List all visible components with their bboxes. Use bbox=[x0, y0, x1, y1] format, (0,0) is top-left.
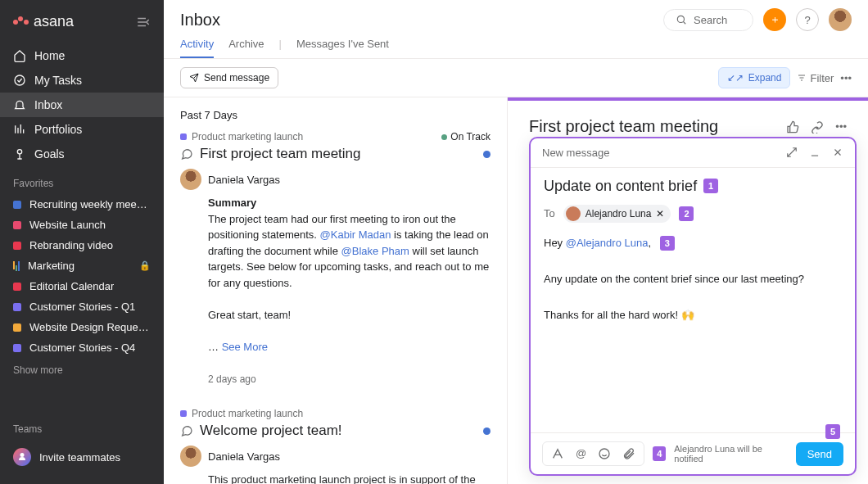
help-button[interactable]: ? bbox=[796, 8, 819, 31]
project-color-icon bbox=[13, 221, 21, 229]
filter-button[interactable]: Filter bbox=[797, 72, 834, 84]
status-dot-icon bbox=[441, 134, 447, 140]
card-title-row: First project team meeting bbox=[180, 146, 491, 162]
favorite-label: Customer Stories - Q1 bbox=[29, 301, 135, 313]
teams-section: Teams Invite teammates bbox=[0, 412, 164, 474]
sidebar-favorite-item[interactable]: Editorial Calendar bbox=[0, 276, 164, 296]
sidebar-favorite-item[interactable]: Customer Stories - Q4 bbox=[0, 337, 164, 358]
app-logo[interactable]: asana bbox=[13, 13, 74, 30]
project-color-icon bbox=[13, 242, 21, 250]
inbox-list: Past 7 Days Product marketing launch On … bbox=[164, 97, 508, 484]
nav-inbox[interactable]: Inbox bbox=[0, 93, 164, 117]
compose-modal: New message Update on content brief 1 To… bbox=[529, 137, 857, 476]
inbox-tabs: Activity Archive | Messages I've Sent bbox=[164, 31, 868, 59]
send-message-button[interactable]: Send message bbox=[180, 67, 278, 88]
badge-4: 4 bbox=[653, 446, 666, 461]
collapse-sidebar-icon[interactable] bbox=[136, 15, 151, 29]
inbox-card[interactable]: Product marketing launch Welcome project… bbox=[180, 408, 491, 484]
status-text: On Track bbox=[450, 131, 491, 142]
attach-icon[interactable] bbox=[622, 447, 635, 460]
minimize-icon[interactable] bbox=[809, 147, 821, 158]
badge-1: 1 bbox=[703, 179, 718, 193]
like-icon[interactable] bbox=[786, 120, 799, 133]
project-color-icon bbox=[13, 323, 21, 332]
project-color-icon bbox=[13, 283, 21, 291]
sidebar-favorite-item[interactable]: Marketing🔒 bbox=[0, 256, 164, 276]
unread-dot-icon bbox=[483, 151, 491, 158]
expand-label: Expand bbox=[748, 72, 782, 84]
search-placeholder: Search bbox=[694, 14, 727, 26]
favorite-label: Website Launch bbox=[29, 219, 106, 231]
favorite-label: Rebranding video bbox=[29, 239, 113, 251]
compose-body: Update on content brief 1 To Alejandro L… bbox=[531, 168, 855, 432]
body-closing: Great start, team! bbox=[208, 309, 291, 321]
nav-portfolios-label: Portfolios bbox=[34, 123, 82, 136]
app-name: asana bbox=[34, 13, 74, 30]
portfolio-icon bbox=[13, 123, 26, 136]
expand-modal-icon[interactable] bbox=[786, 147, 798, 158]
sidebar-favorite-item[interactable]: Customer Stories - Q1 bbox=[0, 296, 164, 317]
mention[interactable]: @Alejandro Luna bbox=[566, 237, 649, 249]
mention-icon[interactable]: @ bbox=[576, 447, 586, 460]
notify-text: Alejandro Luna will be notified bbox=[674, 444, 780, 464]
sidebar-favorite-item[interactable]: Rebranding video bbox=[0, 235, 164, 256]
search-icon bbox=[676, 14, 687, 25]
sidebar-favorite-item[interactable]: Website Design Reque… bbox=[0, 317, 164, 337]
sidebar-favorite-item[interactable]: Website Launch bbox=[0, 215, 164, 235]
logo-row: asana bbox=[0, 10, 164, 43]
compose-message[interactable]: Hey @Alejandro Luna, 3 Any update on the… bbox=[544, 234, 842, 423]
more-icon[interactable]: ••• bbox=[835, 120, 847, 133]
link-icon[interactable] bbox=[811, 120, 824, 133]
add-button[interactable]: ＋ bbox=[763, 8, 786, 31]
author-name: Daniela Vargas bbox=[208, 174, 280, 186]
tab-activity[interactable]: Activity bbox=[180, 38, 214, 58]
emoji-icon[interactable] bbox=[598, 447, 611, 460]
mention[interactable]: @Kabir Madan bbox=[320, 228, 391, 241]
inbox-card[interactable]: Product marketing launch On Track First … bbox=[180, 131, 491, 387]
recipient-name: Alejandro Luna bbox=[585, 208, 652, 219]
filter-icon bbox=[797, 73, 807, 83]
home-icon bbox=[13, 49, 26, 62]
project-color-icon bbox=[13, 201, 21, 209]
compose-subject[interactable]: Update on content brief 1 bbox=[544, 178, 842, 195]
close-icon[interactable] bbox=[832, 147, 843, 158]
tab-sent[interactable]: Messages I've Sent bbox=[296, 38, 389, 58]
asana-logo-icon bbox=[13, 20, 29, 25]
format-icon[interactable] bbox=[551, 447, 564, 460]
remove-chip-icon[interactable]: ✕ bbox=[656, 208, 664, 219]
expand-icon: ↙↗ bbox=[727, 72, 744, 84]
plus-icon: ＋ bbox=[770, 12, 780, 27]
invite-icon bbox=[13, 448, 31, 466]
tab-archive[interactable]: Archive bbox=[228, 38, 264, 58]
recipient-chip[interactable]: Alejandro Luna ✕ bbox=[563, 205, 671, 223]
favorites-label: Favorites bbox=[0, 166, 164, 194]
expand-button[interactable]: ↙↗ Expand bbox=[718, 67, 791, 88]
favorite-label: Recruiting weekly mee… bbox=[29, 198, 147, 210]
more-icon[interactable]: ••• bbox=[840, 72, 852, 84]
show-more-favorites[interactable]: Show more bbox=[0, 358, 164, 382]
card-title-row: Welcome project team! bbox=[180, 423, 491, 439]
compose-to-row[interactable]: To Alejandro Luna ✕ 2 bbox=[544, 205, 842, 223]
profile-avatar[interactable] bbox=[829, 8, 852, 31]
see-more-link[interactable]: See More bbox=[222, 341, 268, 353]
main-content: Inbox Search ＋ ? Activity Archive | Mess… bbox=[164, 0, 868, 484]
detail-header: First project team meeting ••• bbox=[529, 117, 847, 136]
send-button[interactable]: Send bbox=[796, 442, 843, 466]
favorite-label: Customer Stories - Q4 bbox=[29, 342, 135, 354]
project-color-icon bbox=[180, 133, 187, 140]
nav-home[interactable]: Home bbox=[0, 43, 164, 68]
message-icon bbox=[180, 147, 193, 161]
invite-teammates[interactable]: Invite teammates bbox=[0, 440, 164, 474]
sidebar-favorite-item[interactable]: Recruiting weekly mee… bbox=[0, 194, 164, 215]
search-input[interactable]: Search bbox=[663, 9, 753, 31]
msg-text: , bbox=[648, 237, 651, 249]
nav-mytasks[interactable]: My Tasks bbox=[0, 68, 164, 93]
nav-portfolios[interactable]: Portfolios bbox=[0, 117, 164, 142]
subject-text: Update on content brief bbox=[544, 178, 697, 195]
nav-goals[interactable]: Goals bbox=[0, 142, 164, 166]
favorites-list: Recruiting weekly mee…Website LaunchRebr… bbox=[0, 194, 164, 358]
card-title: Welcome project team! bbox=[200, 423, 342, 439]
teams-label: Teams bbox=[0, 412, 164, 440]
compose-footer: @ 4 Alejandro Luna will be notified 5 Se… bbox=[531, 432, 855, 474]
mention[interactable]: @Blake Pham bbox=[341, 245, 409, 257]
